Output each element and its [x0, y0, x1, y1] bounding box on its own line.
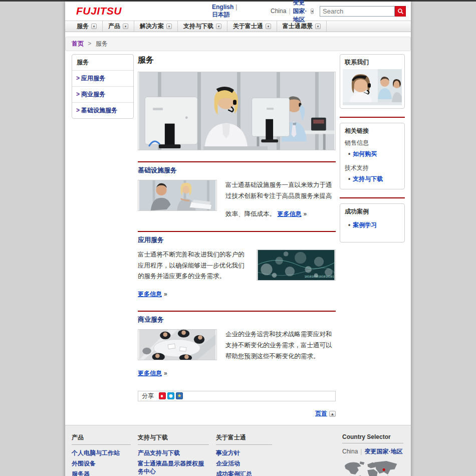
favorite-star-icon[interactable]: ★ [176, 392, 183, 399]
change-country-link[interactable]: 变更国家·地区 [293, 0, 309, 24]
nav-item-products[interactable]: 产品▾ [103, 21, 134, 32]
section-rule [138, 311, 336, 312]
double-arrow-icon: » [164, 370, 167, 377]
breadcrumb-current: 服务 [96, 40, 108, 47]
breadcrumb-home-link[interactable]: 首页 [72, 40, 84, 47]
global-nav: 服务▾ 产品▾ 解决方案▾ 支持与下载▾ 关于富士通▾ 富士通愿景▾ [65, 21, 411, 32]
section-infrastructure-services: 基础设施服务 富士通基础设施服务一直以来致力于通过技术创新 [138, 161, 336, 220]
more-info-link[interactable]: 更多信息 [138, 370, 162, 377]
more-info-link[interactable]: 更多信息 [138, 291, 162, 298]
section-menu-title: 服务 [72, 55, 133, 70]
contact-call-center-image[interactable] [343, 69, 402, 105]
fujitsu-logo[interactable]: FUJITSU [76, 5, 122, 17]
footer-link-business-policy[interactable]: 事业方针 [216, 449, 272, 457]
page-title: 服务 [138, 55, 336, 66]
breadcrumb: 首页 > 服务 [65, 37, 411, 51]
nav-label: 服务 [77, 22, 89, 31]
related-group-label-support: 技术支持 [340, 163, 404, 173]
business-services-image [138, 329, 217, 360]
footer-link-corporate-activities[interactable]: 企业活动 [216, 459, 272, 467]
footer-col-products: 产品 个人电脑与工作站 外围设备 服务器 产品线 电子器件 软件产品 [72, 433, 131, 476]
nav-item-about-fujitsu[interactable]: 关于富士通▾ [227, 21, 277, 32]
footer-link-product-support[interactable]: 产品支持与下载 [138, 449, 209, 457]
contact-box: 联系我们 [340, 54, 405, 109]
footer-link-peripherals[interactable]: 外围设备 [72, 459, 131, 467]
more-info: 更多信息» [277, 209, 307, 219]
bullet-icon: • [348, 221, 350, 228]
country-selector-title: Country Selector [342, 433, 403, 443]
china-location-dot [383, 468, 385, 471]
footer-col-title: 产品 [72, 433, 131, 445]
nav-label: 支持与下载 [183, 22, 213, 31]
breadcrumb-separator: > [88, 40, 91, 47]
section-menu: 服务 >应用服务 >商业服务 >基础设施服务 [72, 54, 134, 119]
sidebar-item-infrastructure-services[interactable]: >基础设施服务 [72, 102, 133, 118]
sidebar-item-application-services[interactable]: >应用服务 [72, 70, 133, 86]
language-switcher: English|日本語 [212, 4, 241, 19]
content-area: 服务 >应用服务 >商业服务 >基础设施服务 服务 [65, 54, 411, 425]
left-column: 服务 >应用服务 >商业服务 >基础设施服务 [72, 54, 134, 119]
footer-link-pc-workstations[interactable]: 个人电脑与工作站 [72, 449, 131, 457]
application-services-image: 10101010101010101 [257, 250, 336, 281]
nav-label: 解决方案 [140, 22, 164, 31]
section-application-services: 应用服务 富士通将不断完善和改进我们的客户的应用程序，以确保能够进一步优化我们的… [138, 231, 336, 300]
nav-item-fujitsu-vision[interactable]: 富士通愿景▾ [277, 21, 327, 32]
more-info: 更多信息» [138, 369, 167, 378]
sidebar-item-label: 应用服务 [81, 75, 105, 82]
section-rule [138, 231, 336, 232]
sidebar-item-business-services[interactable]: >商业服务 [72, 86, 133, 102]
section-title: 商业服务 [138, 315, 336, 324]
chevron-down-icon: ▾ [315, 24, 321, 29]
site-footer: 产品 个人电脑与工作站 外围设备 服务器 产品线 电子器件 软件产品 支持与下载… [65, 425, 411, 476]
breadcrumb-wrap: 首页 > 服务 [65, 32, 411, 54]
chevron-down-icon[interactable]: ▾ [311, 9, 314, 14]
section-business-services: 商业服务 [138, 311, 336, 378]
contact-title: 联系我们 [340, 55, 404, 69]
footer-col-support: 支持与下载 产品支持与下载 富士通液晶显示器授权服务中心 富士通LifeBook… [138, 433, 209, 476]
sidebar-item-label: 基础设施服务 [81, 107, 117, 114]
star-glyph: ★ [177, 393, 182, 399]
weibo-share-icon[interactable] [159, 392, 166, 399]
double-arrow-icon: » [164, 291, 167, 298]
footer-link-success-cases[interactable]: 成功案例汇总 [216, 470, 272, 476]
footer-country-selector: Country Selector China | 变更国家·地区 [342, 433, 403, 476]
current-country-label: China [271, 8, 286, 15]
footer-link-servers[interactable]: 服务器 [72, 470, 131, 476]
main-column: 服务 [138, 54, 336, 418]
lang-separator: | [235, 4, 237, 11]
related-group-label-sales: 销售信息 [340, 138, 404, 148]
nav-item-solutions[interactable]: 解决方案▾ [134, 21, 178, 32]
chevron-down-icon: ▾ [216, 24, 221, 29]
share-label: 分享 [142, 392, 154, 400]
qq-share-icon[interactable] [167, 392, 174, 399]
search-input[interactable] [320, 6, 395, 17]
country-switcher: China | 变更国家·地区 ▾ [271, 0, 314, 24]
world-map [342, 460, 401, 476]
footer-col-about: 关于富士通 事业方针 企业活动 成功案例汇总 富士通博物馆 人才招聘 关联子公司 [216, 433, 272, 476]
link-how-to-buy[interactable]: •如何购买 [340, 148, 404, 160]
search-area [320, 6, 406, 17]
bullet-icon: • [348, 175, 350, 182]
lang-link-english[interactable]: English [212, 4, 233, 11]
nav-label: 关于富士通 [233, 22, 263, 31]
back-to-top-link[interactable]: 页首 [315, 410, 327, 417]
footer-link-lcd-service-center[interactable]: 富士通液晶显示器授权服务中心 [138, 459, 209, 475]
country-selector-line: China | 变更国家·地区 [342, 447, 403, 456]
more-info-link[interactable]: 更多信息 [277, 210, 301, 217]
footer-change-country-link[interactable]: 变更国家·地区 [364, 447, 402, 456]
link-case-studies[interactable]: •案例学习 [340, 219, 404, 231]
lang-link-japanese[interactable]: 日本語 [212, 11, 230, 18]
right-separator [340, 117, 405, 118]
search-button[interactable] [395, 6, 406, 17]
nav-item-services[interactable]: 服务▾ [71, 21, 103, 32]
sidebar-item-label: 商业服务 [81, 91, 105, 98]
page-container: FUJITSU English|日本語 China | 变更国家·地区 ▾ 服务… [65, 2, 411, 476]
related-links-box: 相关链接 销售信息 •如何购买 技术支持 •支持与下载 [340, 123, 405, 189]
share-bar: 分享 ★ [138, 391, 336, 401]
right-separator [340, 197, 405, 198]
nav-item-support-downloads[interactable]: 支持与下载▾ [178, 21, 227, 32]
arrow-up-icon[interactable]: ▲ [329, 411, 336, 417]
link-label: 如何购买 [353, 150, 377, 157]
link-support-downloads[interactable]: •支持与下载 [340, 173, 404, 185]
section-paragraph: 富士通将不断完善和改进我们的客户的应用程序，以确保能够进一步优化我们的服务并适应… [138, 251, 245, 280]
